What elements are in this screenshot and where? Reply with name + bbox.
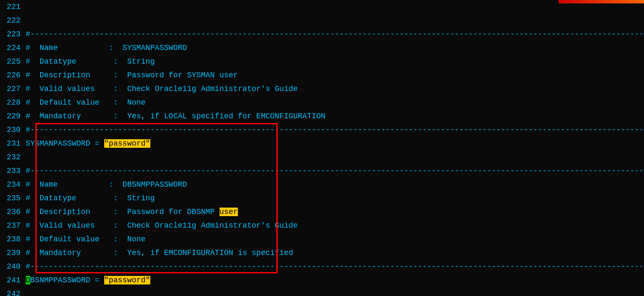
password-value-dbsnmp: "password" bbox=[104, 276, 150, 284]
line-content: # Name : SYSMANPASSWORD bbox=[26, 41, 644, 55]
line-222: 222 bbox=[0, 14, 644, 27]
line-number: 228 bbox=[0, 96, 26, 109]
line-content: #---------------------------------------… bbox=[26, 27, 644, 41]
line-content: # Default value : None bbox=[26, 96, 644, 109]
line-number: 234 bbox=[0, 178, 26, 191]
line-241: 241 DBSNMPPASSWORD = "password" bbox=[0, 273, 644, 287]
top-bar-decoration bbox=[559, 0, 644, 3]
line-237: 237 # Valid values : Check Oracle11g Adm… bbox=[0, 219, 644, 232]
line-content: # Valid values : Check Oracle11g Adminis… bbox=[26, 219, 644, 232]
line-content: # Mandatory : Yes, if LOCAL specified fo… bbox=[26, 109, 644, 123]
line-number: 221 bbox=[0, 0, 26, 14]
line-number: 235 bbox=[0, 191, 26, 205]
line-number: 239 bbox=[0, 246, 26, 260]
line-number: 227 bbox=[0, 82, 26, 96]
line-number: 233 bbox=[0, 164, 26, 178]
password-value-sysman: "password" bbox=[104, 139, 150, 148]
line-content: # Datatype : String bbox=[26, 55, 644, 68]
line-number: 238 bbox=[0, 232, 26, 246]
line-227: 227 # Valid values : Check Oracle11g Adm… bbox=[0, 82, 644, 96]
line-number: 232 bbox=[0, 150, 26, 164]
line-238: 238 # Default value : None bbox=[0, 232, 644, 246]
line-content: # Datatype : String bbox=[26, 191, 644, 205]
line-228: 228 # Default value : None bbox=[0, 96, 644, 109]
line-content: # Mandatory : Yes, if EMCONFIGURATION is… bbox=[26, 246, 644, 260]
line-content: # Default value : None bbox=[26, 232, 644, 246]
line-content: #---------------------------------------… bbox=[26, 123, 644, 137]
line-number: 230 bbox=[0, 123, 26, 137]
user-highlight: user bbox=[220, 208, 238, 216]
code-editor: 221 222 223 #---------------------------… bbox=[0, 0, 644, 296]
line-235: 235 # Datatype : String bbox=[0, 191, 644, 205]
line-229: 229 # Mandatory : Yes, if LOCAL specifie… bbox=[0, 109, 644, 123]
line-content: DBSNMPPASSWORD = "password" bbox=[26, 273, 644, 287]
line-number: 242 bbox=[0, 287, 26, 296]
line-number: 231 bbox=[0, 137, 26, 150]
line-content: SYSMANPASSWORD = "password" bbox=[26, 137, 644, 150]
line-226: 226 # Description : Password for SYSMAN … bbox=[0, 68, 644, 82]
line-content: #---------------------------------------… bbox=[26, 164, 644, 178]
line-239: 239 # Mandatory : Yes, if EMCONFIGURATIO… bbox=[0, 246, 644, 260]
line-content: # Valid values : Check Oracle11g Adminis… bbox=[26, 82, 644, 96]
line-223: 223 #-----------------------------------… bbox=[0, 27, 644, 41]
line-224: 224 # Name : SYSMANPASSWORD bbox=[0, 41, 644, 55]
line-content: # Description : Password for SYSMAN user bbox=[26, 68, 644, 82]
line-number: 236 bbox=[0, 205, 26, 219]
line-number: 224 bbox=[0, 41, 26, 55]
line-240: 240 #-----------------------------------… bbox=[0, 260, 644, 273]
line-232: 232 bbox=[0, 150, 644, 164]
line-225: 225 # Datatype : String bbox=[0, 55, 644, 68]
line-number: 241 bbox=[0, 273, 26, 287]
line-number: 226 bbox=[0, 68, 26, 82]
line-242: 242 bbox=[0, 287, 644, 296]
line-number: 229 bbox=[0, 109, 26, 123]
line-number: 237 bbox=[0, 219, 26, 232]
line-number: 225 bbox=[0, 55, 26, 68]
line-content: # Name : DBSNMPPASSWORD bbox=[26, 178, 644, 191]
line-content: # Description : Password for DBSNMP user bbox=[26, 205, 644, 219]
line-233: 233 #-----------------------------------… bbox=[0, 164, 644, 178]
line-236: 236 # Description : Password for DBSNMP … bbox=[0, 205, 644, 219]
line-234: 234 # Name : DBSNMPPASSWORD bbox=[0, 178, 644, 191]
line-number: 222 bbox=[0, 14, 26, 27]
line-content: #---------------------------------------… bbox=[26, 260, 644, 273]
line-230: 230 #-----------------------------------… bbox=[0, 123, 644, 137]
line-number: 240 bbox=[0, 260, 26, 273]
line-number: 223 bbox=[0, 27, 26, 41]
line-231: 231 SYSMANPASSWORD = "password" bbox=[0, 137, 644, 150]
line-221: 221 bbox=[0, 0, 644, 14]
dbsnmp-prefix-highlight: D bbox=[26, 276, 30, 284]
